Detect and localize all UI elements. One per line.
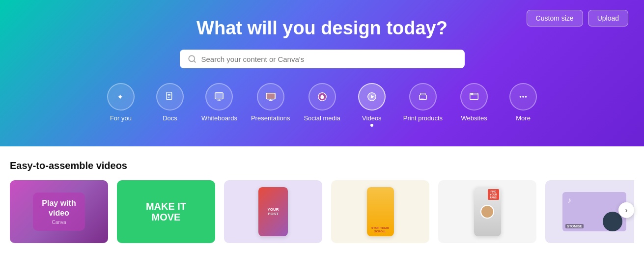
make-it-move-text: MAKE ITMOVE [146, 201, 186, 222]
nav-item-docs[interactable]: Docs [152, 83, 188, 127]
cards-row: Play withvideo Canva Video MAKE ITMOVE M… [10, 180, 634, 243]
svg-point-22 [520, 96, 522, 98]
print-products-label: Print products [403, 114, 443, 122]
more-icon-circle [509, 83, 537, 111]
yt-thumb-inner: ♪ STOMISE [562, 192, 626, 231]
svg-point-24 [525, 96, 527, 98]
nav-item-whiteboards[interactable]: Whiteboards [201, 83, 237, 127]
svg-point-21 [473, 94, 473, 94]
whiteboards-icon-circle [205, 83, 233, 111]
more-label: More [516, 114, 531, 122]
your-post-text: YOURPOST [258, 187, 288, 236]
find-your-fans-badge: FINDYOURFANS [488, 189, 499, 200]
svg-line-1 [194, 60, 195, 62]
custom-size-button[interactable]: Custom size [527, 10, 583, 27]
tiktok-phone-mockup: FINDYOURFANS [474, 187, 501, 236]
nav-item-for-you[interactable]: ✦ For you [103, 83, 139, 127]
search-icon [188, 55, 196, 63]
search-bar-container [10, 50, 634, 68]
insta-phone-mockup: STOP THEIRSCROLL [367, 187, 394, 236]
videos-label: Videos [362, 114, 382, 122]
card-tiktok-video-thumb: FINDYOURFANS [438, 180, 536, 243]
svg-rect-10 [266, 93, 275, 99]
play-with-video-banner: Play withvideo Canva [33, 193, 84, 230]
svg-point-20 [471, 94, 472, 94]
svg-text:✦: ✦ [117, 93, 123, 101]
for-you-label: For you [110, 114, 132, 122]
tiktok-screen: FINDYOURFANS [474, 187, 501, 236]
hero-section: Custom size Upload What will you design … [0, 0, 644, 146]
websites-label: Websites [461, 114, 487, 122]
card-facebook-video-thumb: YOURPOST [224, 180, 322, 243]
nav-item-presentations[interactable]: Presentations [251, 83, 290, 127]
music-note-icon: ♪ [567, 196, 571, 205]
card-mobile-video[interactable]: MAKE ITMOVE Mobile Video [117, 180, 215, 243]
nav-item-videos[interactable]: Videos [354, 83, 390, 127]
nav-item-print-products[interactable]: Print products [403, 83, 443, 127]
videos-icon-circle [358, 83, 386, 111]
presentations-label: Presentations [251, 114, 290, 122]
tiktok-face [480, 205, 494, 219]
hero-buttons: Custom size Upload [527, 10, 628, 27]
svg-rect-17 [420, 95, 427, 99]
nav-icons: ✦ For you Docs Whiteboards Presentations [10, 83, 634, 127]
docs-icon-circle [156, 83, 184, 111]
cards-container: Play withvideo Canva Video MAKE ITMOVE M… [10, 180, 634, 243]
insta-screen: STOP THEIRSCROLL [367, 187, 394, 236]
social-media-label: Social media [304, 114, 340, 122]
search-input[interactable] [201, 55, 457, 63]
yt-stomise-label: STOMISE [565, 224, 584, 228]
canva-logo: Canva [42, 220, 76, 225]
nav-item-websites[interactable]: Websites [456, 83, 492, 127]
websites-icon-circle [460, 83, 488, 111]
svg-rect-7 [215, 93, 224, 99]
card-video[interactable]: Play withvideo Canva Video [10, 180, 108, 243]
active-indicator [370, 124, 373, 127]
card-instagram-reel-thumb: STOP THEIRSCROLL [331, 180, 429, 243]
whiteboards-label: Whiteboards [201, 114, 237, 122]
search-bar [180, 50, 465, 68]
nav-item-social-media[interactable]: Social media [304, 83, 340, 127]
for-you-icon-circle: ✦ [107, 83, 135, 111]
upload-button[interactable]: Upload [588, 10, 628, 27]
card-mobile-video-thumb: MAKE ITMOVE [117, 180, 215, 243]
svg-point-23 [522, 96, 524, 98]
presentations-icon-circle [257, 83, 284, 111]
phone-mockup: YOURPOST [258, 187, 288, 236]
section-title: Easy-to-assemble videos [10, 160, 634, 171]
card-facebook-video[interactable]: YOURPOST Facebook Video [224, 180, 322, 243]
card-tiktok-video[interactable]: FINDYOURFANS TikTok Video [438, 180, 536, 243]
card-video-thumb: Play withvideo Canva [10, 180, 108, 243]
stop-their-scroll-text: STOP THEIRSCROLL [371, 226, 389, 233]
social-media-icon-circle [308, 83, 336, 111]
play-with-video-text: Play withvideo [42, 198, 76, 217]
next-arrow-button[interactable]: › [618, 202, 634, 218]
card-instagram-reel[interactable]: STOP THEIRSCROLL Instagram Reel [331, 180, 429, 243]
print-products-icon-circle [409, 83, 437, 111]
main-content: Easy-to-assemble videos Play withvideo C… [0, 146, 644, 255]
nav-item-more[interactable]: More [505, 83, 541, 127]
docs-label: Docs [163, 114, 177, 122]
